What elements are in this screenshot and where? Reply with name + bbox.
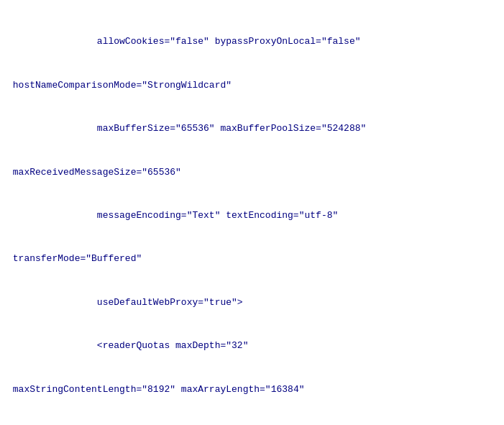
code-line: maxBufferSize="65536" maxBufferPoolSize=… (7, 122, 497, 136)
code-line: maxStringContentLength="8192" maxArrayLe… (7, 383, 497, 397)
code-line: useDefaultWebProxy="true"> (7, 296, 497, 310)
code-viewer: allowCookies="false" bypassProxyOnLocal=… (0, 0, 504, 425)
code-line: messageEncoding="Text" textEncoding="utf… (7, 209, 497, 223)
code-line: allowCookies="false" bypassProxyOnLocal=… (7, 35, 497, 49)
code-line: maxReceivedMessageSize="65536" (7, 165, 497, 180)
code-line: <readerQuotas maxDepth="32" (7, 339, 497, 353)
code-line: transferMode="Buffered" (7, 252, 497, 266)
code-line: hostNameComparisonMode="StrongWildcard" (7, 78, 497, 93)
